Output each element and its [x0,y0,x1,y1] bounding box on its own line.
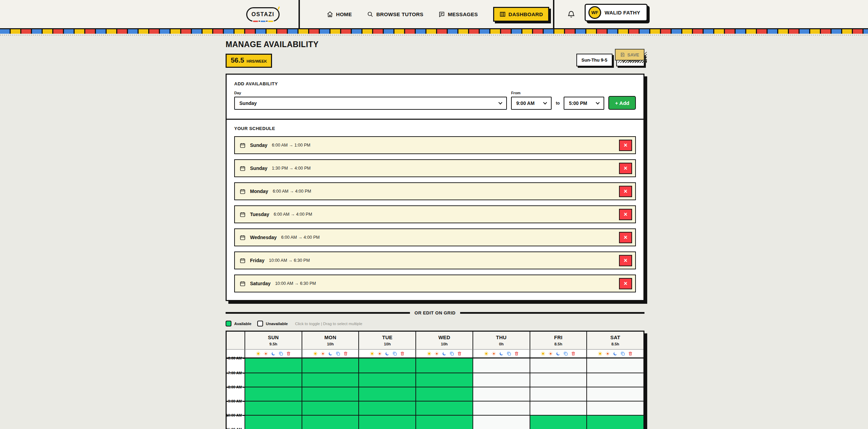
noon-sun-icon[interactable] [377,351,382,356]
grid-cell-tue-7-00-am[interactable] [358,373,415,387]
evening-moon-icon[interactable] [556,351,561,356]
copy-icon[interactable] [563,351,568,356]
grid-cell-sat-8-00-am[interactable] [586,387,643,401]
time-label: 7:00 AM [228,371,242,375]
grid-cell-thu-10-00-am[interactable] [473,416,530,429]
grid-cell-fri-10-00-am[interactable] [530,416,587,429]
grid-cell-sat-10-00-am[interactable] [586,416,643,429]
morning-sun-icon[interactable] [541,351,545,356]
noon-sun-icon[interactable] [321,351,325,356]
grid-cell-sun-9-00-am[interactable] [245,401,302,415]
delete-icon[interactable] [571,351,576,356]
morning-sun-icon[interactable] [598,351,603,356]
evening-moon-icon[interactable] [271,351,276,356]
grid-cell-mon-8-00-am[interactable] [302,387,359,401]
evening-moon-icon[interactable] [385,351,390,356]
add-button[interactable]: + Add [608,96,636,110]
delete-slot-button[interactable]: × [619,209,632,220]
grid-cell-sun-10-00-am[interactable] [245,416,302,429]
noon-sun-icon[interactable] [605,351,610,356]
top-navbar: OSTAZI HOME BROWSE TUTORS MESSAGES DASHB… [0,0,868,29]
day-select[interactable]: Sunday [234,97,507,110]
copy-icon[interactable] [336,351,340,356]
copy-icon[interactable] [392,351,397,356]
copy-icon[interactable] [449,351,454,356]
delete-icon[interactable] [628,351,633,356]
delete-icon[interactable] [286,351,291,356]
nav-item-browse-tutors[interactable]: BROWSE TUTORS [367,11,423,18]
grid-tools-row [227,350,643,358]
time-label-cell: 6:00 AM [227,358,245,373]
grid-cell-sat-7-00-am[interactable] [586,373,643,387]
column-hours-total: 0h [473,342,530,346]
nav-item-messages[interactable]: MESSAGES [438,11,478,18]
copy-icon[interactable] [620,351,625,356]
grid-cell-sat-9-00-am[interactable] [586,401,643,415]
grid-cell-wed-9-00-am[interactable] [415,401,473,415]
delete-icon[interactable] [457,351,462,356]
grid-cell-mon-7-00-am[interactable] [302,373,359,387]
morning-sun-icon[interactable] [484,351,489,356]
save-button[interactable]: SAVE [615,49,644,61]
evening-moon-icon[interactable] [613,351,618,356]
grid-cell-sun-7-00-am[interactable] [245,373,302,387]
delete-slot-button[interactable]: × [619,255,632,266]
copy-icon[interactable] [279,351,283,356]
evening-moon-icon[interactable] [328,351,333,356]
delete-slot-button[interactable]: × [619,232,632,243]
grid-cell-mon-10-00-am[interactable] [302,416,359,429]
delete-icon[interactable] [514,351,519,356]
delete-slot-button[interactable]: × [619,140,632,151]
to-time-select[interactable]: 5:00 PM [564,97,604,110]
noon-sun-icon[interactable] [548,351,553,356]
nav-item-home[interactable]: HOME [327,11,352,18]
user-menu-button[interactable]: WF WALID FATHY [585,4,648,21]
grid-cell-mon-9-00-am[interactable] [302,401,359,415]
grid-cell-wed-8-00-am[interactable] [415,387,473,401]
notifications-bell-icon[interactable] [567,10,575,19]
copy-icon[interactable] [507,351,511,356]
delete-icon[interactable] [343,351,348,356]
grid-cell-thu-7-00-am[interactable] [473,373,530,387]
morning-sun-icon[interactable] [370,351,375,356]
grid-cell-fri-9-00-am[interactable] [530,401,587,415]
preset-sun-thu-button[interactable]: Sun-Thu 9-5 [576,54,612,66]
evening-moon-icon[interactable] [442,351,447,356]
noon-sun-icon[interactable] [263,351,268,356]
grid-cell-tue-8-00-am[interactable] [358,387,415,401]
grid-cell-fri-8-00-am[interactable] [530,387,587,401]
delete-slot-button[interactable]: × [619,163,632,174]
delete-icon[interactable] [400,351,405,356]
grid-cell-thu-6-00-am[interactable] [473,358,530,373]
grid-cell-fri-7-00-am[interactable] [530,373,587,387]
grid-cell-wed-10-00-am[interactable] [415,416,473,429]
grid-header-row: SUN9.5hMON10hTUE10hWED10hTHU0hFRI8.5hSAT… [227,332,643,350]
grid-cell-tue-9-00-am[interactable] [358,401,415,415]
grid-cell-tue-10-00-am[interactable] [358,416,415,429]
ostazi-logo[interactable]: OSTAZI [246,7,280,22]
delete-slot-button[interactable]: × [619,186,632,197]
from-time-select[interactable]: 9:00 AM [511,97,552,110]
grid-cell-thu-8-00-am[interactable] [473,387,530,401]
grid-cell-sun-8-00-am[interactable] [245,387,302,401]
grid-cell-fri-6-00-am[interactable] [530,358,587,373]
nav-item-dashboard[interactable]: DASHBOARD [493,7,549,22]
add-availability-section: ADD AVAILABILITY Day Sunday From 9:00 AM [227,75,643,119]
noon-sun-icon[interactable] [434,351,439,356]
grid-cell-wed-6-00-am[interactable] [415,358,473,373]
grid-cell-mon-6-00-am[interactable] [302,358,359,373]
grid-cell-thu-9-00-am[interactable] [473,401,530,415]
noon-sun-icon[interactable] [491,351,496,356]
logo-text: OSTAZI [251,11,274,18]
delete-slot-button[interactable]: × [619,278,632,289]
grid-cell-wed-7-00-am[interactable] [415,373,473,387]
morning-sun-icon[interactable] [256,351,261,356]
schedule-time-range: 6:00 AM → 4:00 PM [273,189,311,194]
grid-cell-tue-6-00-am[interactable] [358,358,415,373]
morning-sun-icon[interactable] [313,351,318,356]
morning-sun-icon[interactable] [427,351,432,356]
grid-cell-sat-6-00-am[interactable] [586,358,643,373]
avatar: WF [588,6,601,19]
evening-moon-icon[interactable] [499,351,504,356]
grid-cell-sun-6-00-am[interactable] [245,358,302,373]
